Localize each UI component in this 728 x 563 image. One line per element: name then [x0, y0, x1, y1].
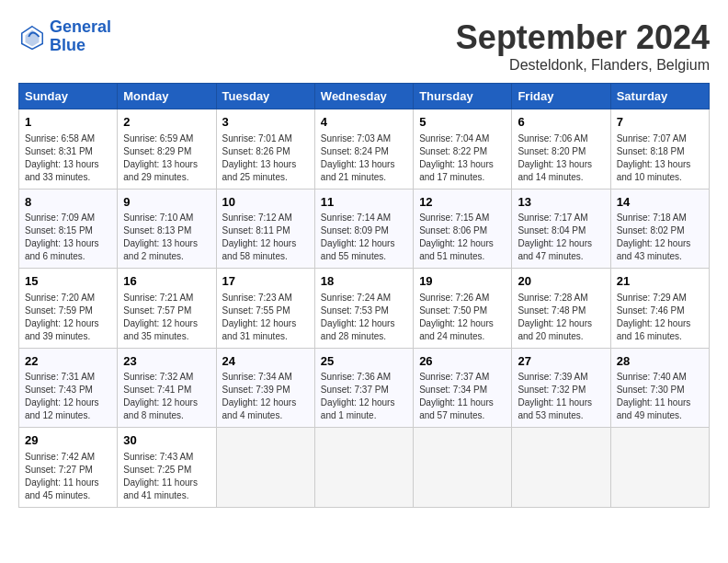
day-number: 28 — [617, 353, 703, 370]
day-info: Sunrise: 7:01 AM Sunset: 8:26 PM Dayligh… — [222, 132, 309, 184]
day-info: Sunrise: 7:32 AM Sunset: 7:41 PM Dayligh… — [123, 371, 210, 422]
day-number: 2 — [123, 114, 210, 131]
month-title: September 2024 — [456, 18, 710, 57]
table-row: 27Sunrise: 7:39 AM Sunset: 7:32 PM Dayli… — [512, 348, 610, 428]
day-number: 23 — [123, 353, 210, 370]
table-row: 15Sunrise: 7:20 AM Sunset: 7:59 PM Dayli… — [19, 269, 118, 349]
day-number: 24 — [222, 353, 309, 370]
header-monday: Monday — [118, 84, 216, 109]
table-row: 13Sunrise: 7:17 AM Sunset: 8:04 PM Dayli… — [512, 189, 610, 269]
day-number: 20 — [518, 273, 604, 290]
table-row: 21Sunrise: 7:29 AM Sunset: 7:46 PM Dayli… — [610, 269, 709, 349]
table-row: 5Sunrise: 7:04 AM Sunset: 8:22 PM Daylig… — [414, 109, 512, 190]
day-number: 19 — [419, 273, 506, 290]
calendar-table: Sunday Monday Tuesday Wednesday Thursday… — [18, 83, 710, 508]
day-number: 6 — [518, 114, 604, 131]
day-info: Sunrise: 7:28 AM Sunset: 7:48 PM Dayligh… — [518, 292, 604, 343]
day-number: 18 — [321, 273, 407, 290]
day-info: Sunrise: 7:20 AM Sunset: 7:59 PM Dayligh… — [25, 292, 111, 343]
day-number: 4 — [321, 114, 407, 131]
table-row: 6Sunrise: 7:06 AM Sunset: 8:20 PM Daylig… — [512, 109, 610, 190]
calendar-header-row: Sunday Monday Tuesday Wednesday Thursday… — [19, 84, 710, 109]
day-number: 17 — [222, 273, 309, 290]
title-area: September 2024 Desteldonk, Flanders, Bel… — [456, 18, 710, 74]
day-number: 9 — [123, 194, 210, 211]
day-number: 29 — [25, 432, 111, 449]
header-tuesday: Tuesday — [216, 84, 314, 109]
table-row: 30Sunrise: 7:43 AM Sunset: 7:25 PM Dayli… — [118, 428, 216, 508]
page-container: General Blue September 2024 Desteldonk, … — [18, 18, 710, 508]
day-number: 1 — [25, 114, 111, 131]
table-row: 3Sunrise: 7:01 AM Sunset: 8:26 PM Daylig… — [216, 109, 314, 190]
day-info: Sunrise: 7:42 AM Sunset: 7:27 PM Dayligh… — [25, 451, 111, 502]
day-number: 15 — [25, 273, 111, 290]
day-info: Sunrise: 7:12 AM Sunset: 8:11 PM Dayligh… — [222, 212, 309, 263]
header-thursday: Thursday — [414, 84, 512, 109]
day-number: 3 — [222, 114, 309, 131]
table-row: 7Sunrise: 7:07 AM Sunset: 8:18 PM Daylig… — [610, 109, 709, 190]
day-number: 13 — [518, 194, 604, 211]
day-number: 8 — [25, 194, 111, 211]
calendar-row: 15Sunrise: 7:20 AM Sunset: 7:59 PM Dayli… — [19, 269, 710, 349]
day-info: Sunrise: 7:09 AM Sunset: 8:15 PM Dayligh… — [25, 212, 111, 263]
logo-blue: Blue — [50, 37, 111, 55]
day-number: 22 — [25, 353, 111, 370]
day-info: Sunrise: 7:40 AM Sunset: 7:30 PM Dayligh… — [617, 371, 703, 422]
empty-cell — [512, 428, 610, 508]
day-number: 25 — [321, 353, 407, 370]
day-number: 7 — [617, 114, 703, 131]
location-title: Desteldonk, Flanders, Belgium — [456, 57, 710, 74]
day-info: Sunrise: 6:58 AM Sunset: 8:31 PM Dayligh… — [25, 132, 111, 184]
table-row: 14Sunrise: 7:18 AM Sunset: 8:02 PM Dayli… — [610, 189, 709, 269]
day-info: Sunrise: 6:59 AM Sunset: 8:29 PM Dayligh… — [123, 132, 210, 184]
table-row: 2Sunrise: 6:59 AM Sunset: 8:29 PM Daylig… — [118, 109, 216, 190]
table-row: 12Sunrise: 7:15 AM Sunset: 8:06 PM Dayli… — [414, 189, 512, 269]
day-info: Sunrise: 7:23 AM Sunset: 7:55 PM Dayligh… — [222, 292, 309, 343]
day-info: Sunrise: 7:21 AM Sunset: 7:57 PM Dayligh… — [123, 292, 210, 343]
day-number: 27 — [518, 353, 604, 370]
logo-icon — [18, 23, 46, 51]
day-info: Sunrise: 7:39 AM Sunset: 7:32 PM Dayligh… — [518, 371, 604, 422]
header-friday: Friday — [512, 84, 610, 109]
day-info: Sunrise: 7:10 AM Sunset: 8:13 PM Dayligh… — [123, 212, 210, 263]
table-row: 4Sunrise: 7:03 AM Sunset: 8:24 PM Daylig… — [314, 109, 413, 190]
calendar-row: 29Sunrise: 7:42 AM Sunset: 7:27 PM Dayli… — [19, 428, 710, 508]
day-info: Sunrise: 7:31 AM Sunset: 7:43 PM Dayligh… — [25, 371, 111, 422]
table-row: 10Sunrise: 7:12 AM Sunset: 8:11 PM Dayli… — [216, 189, 314, 269]
table-row: 8Sunrise: 7:09 AM Sunset: 8:15 PM Daylig… — [19, 189, 118, 269]
day-number: 12 — [419, 194, 506, 211]
table-row: 16Sunrise: 7:21 AM Sunset: 7:57 PM Dayli… — [118, 269, 216, 349]
calendar-row: 8Sunrise: 7:09 AM Sunset: 8:15 PM Daylig… — [19, 189, 710, 269]
day-number: 21 — [617, 273, 703, 290]
table-row: 20Sunrise: 7:28 AM Sunset: 7:48 PM Dayli… — [512, 269, 610, 349]
calendar-row: 22Sunrise: 7:31 AM Sunset: 7:43 PM Dayli… — [19, 348, 710, 428]
day-number: 10 — [222, 194, 309, 211]
table-row: 9Sunrise: 7:10 AM Sunset: 8:13 PM Daylig… — [118, 189, 216, 269]
table-row: 25Sunrise: 7:36 AM Sunset: 7:37 PM Dayli… — [314, 348, 413, 428]
header: General Blue September 2024 Desteldonk, … — [18, 18, 710, 74]
logo-general: General — [50, 17, 111, 36]
day-info: Sunrise: 7:03 AM Sunset: 8:24 PM Dayligh… — [321, 132, 407, 184]
day-number: 5 — [419, 114, 506, 131]
day-info: Sunrise: 7:24 AM Sunset: 7:53 PM Dayligh… — [321, 292, 407, 343]
day-info: Sunrise: 7:26 AM Sunset: 7:50 PM Dayligh… — [419, 292, 506, 343]
day-number: 14 — [617, 194, 703, 211]
day-number: 30 — [123, 432, 210, 449]
day-number: 26 — [419, 353, 506, 370]
day-info: Sunrise: 7:29 AM Sunset: 7:46 PM Dayligh… — [617, 292, 703, 343]
calendar-row: 1Sunrise: 6:58 AM Sunset: 8:31 PM Daylig… — [19, 109, 710, 190]
table-row: 28Sunrise: 7:40 AM Sunset: 7:30 PM Dayli… — [610, 348, 709, 428]
day-info: Sunrise: 7:37 AM Sunset: 7:34 PM Dayligh… — [419, 371, 506, 422]
logo-text-block: General Blue — [50, 18, 111, 55]
empty-cell — [610, 428, 709, 508]
table-row: 17Sunrise: 7:23 AM Sunset: 7:55 PM Dayli… — [216, 269, 314, 349]
empty-cell — [414, 428, 512, 508]
header-saturday: Saturday — [610, 84, 709, 109]
day-info: Sunrise: 7:15 AM Sunset: 8:06 PM Dayligh… — [419, 212, 506, 263]
table-row: 18Sunrise: 7:24 AM Sunset: 7:53 PM Dayli… — [314, 269, 413, 349]
table-row: 24Sunrise: 7:34 AM Sunset: 7:39 PM Dayli… — [216, 348, 314, 428]
empty-cell — [314, 428, 413, 508]
logo: General Blue — [18, 18, 111, 55]
empty-cell — [216, 428, 314, 508]
day-number: 11 — [321, 194, 407, 211]
